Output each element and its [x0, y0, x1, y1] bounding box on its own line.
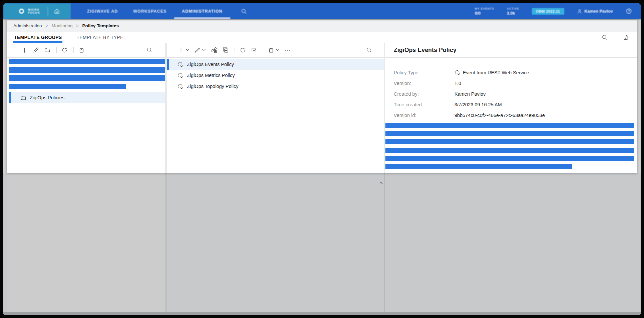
topbar-right-cluster: MY EVENTS 0/0 ACTIVE 3.0k OBM 2022.11 Ka… [475, 3, 641, 19]
refresh-icon [240, 47, 246, 53]
field-value: 3/7/2023 09:16:25 AM [454, 102, 502, 107]
redacted-text-line [385, 156, 634, 161]
breadcrumb-monitoring[interactable]: Monitoring [52, 23, 73, 28]
active-events-label: ACTIVE [507, 7, 519, 10]
toolbar-separator [56, 47, 57, 53]
my-events-stat[interactable]: MY EVENTS 0/0 [475, 7, 494, 16]
search-icon[interactable] [602, 34, 608, 40]
details-fields: Policy Type: Event from REST Web Service… [385, 67, 637, 121]
field-created-by: Created by: Kamen Pavlov [394, 89, 637, 99]
toolbar-separator [263, 47, 263, 53]
delete-group-button[interactable] [78, 47, 85, 53]
breadcrumb-separator: > [76, 23, 79, 29]
toolbar-separator [613, 35, 613, 40]
grayed-panel-divider [165, 173, 167, 312]
template-label: ZigiOps Topology Policy [187, 84, 238, 89]
document-report-icon[interactable] [623, 34, 629, 40]
folder-move-icon [44, 47, 51, 53]
refresh-templates-button[interactable] [240, 47, 246, 53]
edit-template-button[interactable] [194, 47, 206, 53]
tabs-row: TEMPLATE GROUPS TEMPLATE BY TYPE [7, 32, 637, 43]
refresh-groups-button[interactable] [61, 47, 68, 53]
redacted-group-row[interactable] [9, 67, 165, 73]
primary-nav: ZIGIWAVE AD WORKSPACES ADMINISTRATION [79, 3, 230, 19]
active-events-value: 3.0k [507, 11, 515, 16]
user-name: Kamen Pavlov [585, 9, 613, 14]
details-header: ZigiOps Events Policy [385, 43, 637, 58]
breadcrumb-separator: > [46, 23, 48, 29]
templates-search-button[interactable] [366, 47, 384, 53]
chevron-down-icon [202, 49, 206, 51]
activate-template-button[interactable] [251, 47, 257, 53]
policy-templates-card: Administration > Monitoring > Policy Tem… [7, 20, 637, 173]
redacted-group-row[interactable] [9, 59, 165, 64]
user-menu[interactable]: Kamen Pavlov [577, 9, 613, 14]
redacted-group-row[interactable] [9, 84, 126, 89]
nav-item-zigiwave-ad[interactable]: ZIGIWAVE AD [79, 3, 125, 19]
redacted-text-line [385, 131, 634, 136]
active-events-stat[interactable]: ACTIVE 3.0k [507, 7, 519, 16]
template-row-topology-policy[interactable]: ZigiOps Topology Policy [167, 81, 384, 92]
brand-name: MICRO FOCUS [28, 8, 40, 14]
add-template-button[interactable] [178, 47, 189, 53]
micro-focus-logo-icon [18, 8, 25, 15]
breadcrumb-policy-templates: Policy Templates [82, 23, 119, 28]
obm-version-badge[interactable]: OBM 2022.11 [532, 8, 564, 15]
field-value: Event from REST Web Service [463, 70, 529, 75]
trash-icon [268, 47, 274, 53]
assign-template-button[interactable] [211, 47, 217, 53]
duplicate-template-button[interactable] [222, 47, 229, 53]
nav-item-administration[interactable]: ADMINISTRATION [174, 3, 230, 19]
more-actions-button[interactable] [284, 47, 291, 53]
grayed-left-column [7, 173, 165, 312]
groups-search-button[interactable] [146, 47, 165, 53]
template-groups-panel: ZigiOps Policies [7, 43, 165, 173]
global-search-button[interactable] [241, 3, 247, 19]
field-value: 1.0 [454, 81, 461, 86]
chevron-down-icon [186, 49, 189, 51]
nav-item-workspaces[interactable]: WORKSPACES [125, 3, 174, 19]
template-row-events-policy[interactable]: ZigiOps Events Policy [167, 59, 384, 70]
plus-icon [21, 47, 28, 53]
breadcrumb-administration[interactable]: Administration [13, 23, 42, 28]
chevron-down-icon [276, 49, 279, 51]
groups-tree: ZigiOps Policies [7, 59, 165, 103]
group-row-zigiops-policies[interactable]: ZigiOps Policies [9, 92, 165, 103]
copy-plus-icon [222, 47, 229, 53]
details-title: ZigiOps Events Policy [394, 47, 456, 54]
three-pane-layout: ZigiOps Policies [7, 43, 637, 173]
template-label: ZigiOps Events Policy [187, 62, 234, 67]
collapse-panel-handle[interactable]: » [378, 180, 384, 186]
tab-template-groups[interactable]: TEMPLATE GROUPS [13, 32, 62, 43]
groups-toolbar [7, 43, 165, 58]
toolbar-separator [235, 47, 235, 53]
trash-icon [78, 47, 85, 53]
delete-template-button[interactable] [268, 47, 279, 53]
top-navigation-bar: MICRO FOCUS ZIGIWAVE AD WORKSPACES ADMIN… [3, 3, 641, 19]
template-details-panel: ZigiOps Events Policy Policy Type: Event… [385, 43, 637, 173]
move-group-button[interactable] [44, 47, 51, 53]
field-version-id: Version id: 9bb574c0-c0f2-466e-a72c-63aa… [394, 110, 637, 121]
person-icon [577, 9, 582, 14]
search-icon [366, 47, 372, 53]
help-button[interactable] [626, 8, 632, 14]
home-icon[interactable] [54, 8, 60, 14]
refresh-icon [61, 47, 68, 53]
search-icon [146, 47, 152, 53]
ellipsis-icon [284, 47, 291, 53]
redacted-group-row[interactable] [9, 75, 165, 81]
grayed-bottom-strip [3, 312, 641, 315]
redacted-details-block [385, 123, 634, 173]
templates-list-panel: ZigiOps Events Policy ZigiOps Metrics Po… [167, 43, 384, 173]
pencil-icon [33, 47, 39, 53]
edit-group-button[interactable] [33, 47, 39, 53]
field-value: 9bb574c0-c0f2-466e-a72c-63aa24e9053e [454, 113, 545, 118]
redacted-text-line [385, 139, 634, 144]
tab-template-by-type[interactable]: TEMPLATE BY TYPE [76, 32, 124, 43]
template-row-metrics-policy[interactable]: ZigiOps Metrics Policy [167, 70, 384, 81]
field-label: Time created: [394, 102, 454, 107]
redacted-text-line [385, 123, 634, 128]
check-square-icon [251, 47, 257, 53]
my-events-label: MY EVENTS [475, 7, 494, 10]
add-group-button[interactable] [21, 47, 28, 53]
